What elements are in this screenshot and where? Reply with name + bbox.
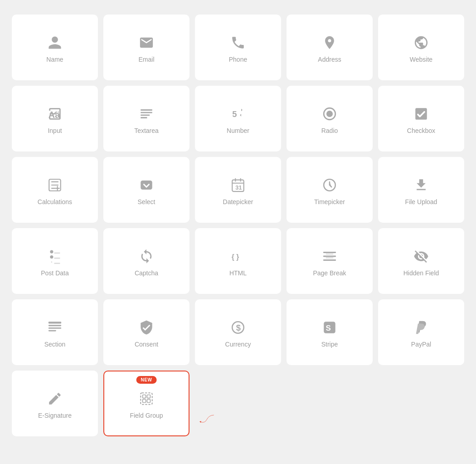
- field-card-radio[interactable]: Radio: [287, 86, 373, 151]
- datepicker-icon: 31: [230, 177, 246, 193]
- select-label: Select: [138, 198, 155, 205]
- field-card-file-upload[interactable]: File Upload: [378, 157, 464, 223]
- svg-rect-4: [415, 108, 427, 120]
- field-card-number[interactable]: 5Number: [195, 86, 281, 151]
- svg-rect-29: [143, 399, 146, 402]
- field-group-icon: [139, 391, 154, 406]
- number-label: Number: [227, 127, 249, 134]
- website-label: Website: [410, 56, 432, 63]
- captcha-icon: [139, 249, 154, 264]
- radio-icon: [322, 106, 337, 122]
- svg-rect-28: [147, 395, 150, 398]
- page-break-icon: [322, 249, 337, 264]
- svg-rect-27: [143, 395, 146, 398]
- field-card-timepicker[interactable]: Timepicker: [287, 157, 373, 223]
- file-upload-icon: [413, 177, 429, 193]
- post-data-icon: [47, 249, 63, 264]
- captcha-label: Captcha: [135, 269, 158, 277]
- datepicker-label: Datepicker: [223, 198, 253, 205]
- field-card-consent[interactable]: Consent: [103, 299, 189, 365]
- svg-rect-19: [49, 325, 61, 326]
- field-card-hidden-field[interactable]: Hidden Field: [378, 228, 464, 294]
- field-card-captcha[interactable]: Captcha: [103, 228, 189, 294]
- radio-label: Radio: [321, 127, 338, 134]
- input-icon: Aä: [47, 106, 63, 122]
- svg-rect-20: [49, 327, 61, 329]
- email-label: Email: [138, 56, 154, 63]
- post-data-label: Post Data: [41, 269, 68, 277]
- svg-rect-15: [323, 259, 336, 261]
- field-card-address[interactable]: Address: [287, 15, 373, 80]
- name-icon: [47, 35, 63, 50]
- svg-rect-14: [323, 255, 336, 257]
- svg-text:{ }: { }: [232, 253, 239, 261]
- field-card-phone[interactable]: Phone: [195, 15, 281, 80]
- field-card-currency[interactable]: $Currency: [195, 299, 281, 365]
- field-card-textarea[interactable]: Textarea: [103, 86, 189, 151]
- stripe-icon: S: [322, 320, 337, 335]
- field-card-page-break[interactable]: Page Break: [287, 228, 373, 294]
- select-icon: [139, 177, 154, 193]
- timepicker-icon: [322, 177, 337, 193]
- field-group-label: Field Group: [130, 412, 163, 419]
- svg-rect-21: [49, 330, 56, 331]
- input-label: Input: [48, 127, 62, 134]
- field-card-html[interactable]: { }HTML: [195, 228, 281, 294]
- field-card-checkbox[interactable]: Checkbox: [378, 86, 464, 151]
- field-grid: NameEmailPhoneAddressWebsiteAäInputTexta…: [5, 7, 471, 444]
- empty-cell: [287, 371, 373, 436]
- field-card-e-signature[interactable]: E-Signature: [12, 371, 98, 436]
- phone-icon: [230, 35, 246, 50]
- svg-rect-17: [326, 257, 334, 258]
- html-icon: { }: [230, 249, 246, 264]
- phone-label: Phone: [229, 56, 247, 63]
- section-icon: [47, 320, 63, 335]
- svg-text:31: 31: [235, 184, 242, 190]
- email-icon: [139, 35, 154, 50]
- field-card-datepicker[interactable]: 31Datepicker: [195, 157, 281, 223]
- svg-rect-16: [326, 254, 334, 254]
- consent-label: Consent: [135, 341, 158, 348]
- field-card-section[interactable]: Section: [12, 299, 98, 365]
- field-card-input[interactable]: AäInput: [12, 86, 98, 151]
- currency-icon: $: [230, 320, 246, 335]
- svg-point-11: [50, 255, 53, 258]
- checkbox-label: Checkbox: [407, 127, 435, 134]
- file-upload-label: File Upload: [405, 198, 437, 205]
- number-icon: 5: [230, 106, 246, 122]
- paypal-icon: [413, 320, 429, 335]
- calculations-icon: [47, 177, 63, 193]
- svg-rect-6: [141, 181, 152, 190]
- svg-rect-26: [141, 393, 152, 405]
- hidden-field-label: Hidden Field: [403, 269, 439, 277]
- field-card-calculations[interactable]: Calculations: [12, 157, 98, 223]
- svg-rect-30: [147, 399, 150, 402]
- field-card-website[interactable]: Website: [378, 15, 464, 80]
- consent-icon: [139, 320, 154, 335]
- address-label: Address: [318, 56, 341, 63]
- section-label: Section: [44, 341, 66, 348]
- svg-text:S: S: [326, 324, 331, 332]
- field-card-post-data[interactable]: Post Data: [12, 228, 98, 294]
- textarea-label: Textarea: [134, 127, 159, 134]
- hidden-field-icon: [413, 249, 429, 264]
- field-card-paypal[interactable]: PayPal: [378, 299, 464, 365]
- empty-cell: [378, 371, 464, 436]
- textarea-icon: [139, 106, 154, 122]
- e-signature-icon: [47, 391, 63, 406]
- field-card-stripe[interactable]: SStripe: [287, 299, 373, 365]
- svg-point-3: [326, 110, 333, 117]
- currency-label: Currency: [225, 341, 251, 348]
- timepicker-label: Timepicker: [314, 198, 345, 205]
- field-card-field-group[interactable]: NEWField Group: [103, 371, 189, 436]
- field-grid-wrapper: NameEmailPhoneAddressWebsiteAäInputTexta…: [5, 7, 471, 444]
- field-card-email[interactable]: Email: [103, 15, 189, 80]
- svg-point-10: [50, 250, 53, 253]
- address-icon: [322, 35, 337, 50]
- new-badge: NEW: [136, 376, 157, 384]
- field-card-name[interactable]: Name: [12, 15, 98, 80]
- checkbox-icon: [413, 106, 429, 122]
- calculations-label: Calculations: [38, 198, 72, 205]
- field-card-select[interactable]: Select: [103, 157, 189, 223]
- svg-text:5: 5: [232, 109, 237, 119]
